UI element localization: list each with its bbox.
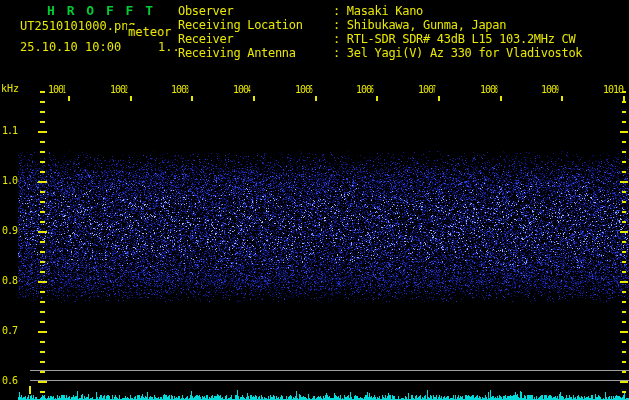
freq-tick-right	[620, 231, 628, 233]
freq-tick-left	[40, 241, 45, 243]
freq-tick-left	[40, 151, 45, 153]
time-label-1003: 1003	[171, 84, 191, 95]
freq-tick-left	[40, 271, 45, 273]
time-tick-1006	[376, 96, 378, 101]
freq-label-1.1: 1.1	[2, 125, 17, 136]
time-tick-1004	[253, 96, 255, 101]
freq-tick-right	[620, 281, 628, 283]
time-label-1004: 1004	[233, 84, 253, 95]
freq-tick-right	[620, 131, 628, 133]
level-scale-start-tick	[29, 386, 31, 394]
freq-tick-left	[40, 391, 45, 393]
time-label-1005: 1005	[295, 84, 315, 95]
hrofft-display: H R O F F T UT2510101000.png meteor 25.1…	[0, 0, 629, 400]
freq-tick-right	[622, 251, 626, 253]
freq-tick-left	[38, 131, 47, 133]
freq-tick-right	[622, 241, 626, 243]
freq-tick-left	[40, 201, 45, 203]
meteor-mode-label: meteor	[127, 25, 172, 39]
freq-tick-right	[622, 171, 626, 173]
freq-tick-left	[40, 161, 45, 163]
freq-tick-right	[622, 191, 626, 193]
info-value-0: : Masaki Kano	[333, 4, 423, 18]
freq-tick-right	[622, 101, 626, 103]
time-label-1009: 1009	[541, 84, 561, 95]
time-label-1010: 1010	[603, 84, 623, 95]
freq-tick-right	[622, 321, 626, 323]
info-value-1: : Shibukawa, Gunma, Japan	[333, 18, 506, 32]
freq-tick-left	[40, 341, 45, 343]
freq-tick-right	[622, 151, 626, 153]
freq-tick-left	[38, 331, 47, 333]
freq-tick-left	[38, 231, 47, 233]
freq-tick-left	[40, 311, 45, 313]
freq-tick-left	[40, 371, 45, 373]
freq-tick-right	[620, 331, 628, 333]
freq-tick-left	[40, 171, 45, 173]
freq-tick-left	[40, 321, 45, 323]
freq-tick-left	[40, 121, 45, 123]
info-label-1: Receiving Location	[178, 18, 303, 32]
time-tick-1005	[315, 96, 317, 101]
freq-label-0.7: 0.7	[2, 325, 17, 336]
reference-line-lower	[30, 380, 629, 381]
freq-tick-left	[38, 181, 47, 183]
freq-tick-left	[40, 221, 45, 223]
freq-label-0.9: 0.9	[2, 225, 17, 236]
freq-tick-right	[622, 311, 626, 313]
freq-tick-right	[622, 351, 626, 353]
info-label-0: Observer	[178, 4, 233, 18]
freq-label-0.8: 0.8	[2, 275, 17, 286]
freq-tick-right	[622, 271, 626, 273]
info-label-3: Receiving Antenna	[178, 46, 296, 60]
time-tick-1009	[561, 96, 563, 101]
freq-tick-right	[622, 361, 626, 363]
time-label-1002: 1002	[110, 84, 130, 95]
freq-tick-right	[620, 381, 628, 383]
freq-tick-right	[622, 111, 626, 113]
freq-label-0.6: 0.6	[2, 375, 17, 386]
freq-tick-left	[40, 251, 45, 253]
freq-tick-left	[40, 291, 45, 293]
spectrogram-noise-canvas	[0, 0, 629, 400]
freq-tick-left	[40, 261, 45, 263]
freq-tick-left	[40, 101, 45, 103]
freq-tick-right	[622, 161, 626, 163]
freq-tick-left	[40, 141, 45, 143]
freq-tick-left	[40, 191, 45, 193]
app-title: H R O F F T	[47, 3, 155, 18]
freq-tick-left	[40, 91, 45, 93]
time-label-1007: 1007	[418, 84, 438, 95]
time-label-1001: 1001	[48, 84, 68, 95]
freq-tick-right	[622, 371, 626, 373]
info-value-3: : 3el Yagi(V) Az 330 for Vladivostok	[333, 46, 582, 60]
freq-tick-right	[622, 221, 626, 223]
freq-tick-left	[38, 281, 47, 283]
time-tick-1003	[191, 96, 193, 101]
freq-tick-left	[38, 381, 47, 383]
freq-tick-right	[622, 301, 626, 303]
freq-tick-left	[40, 351, 45, 353]
time-label-1008: 1008	[480, 84, 500, 95]
time-tick-1008	[500, 96, 502, 101]
time-label-1006: 1006	[356, 84, 376, 95]
time-tick-1002	[130, 96, 132, 101]
freq-tick-left	[40, 111, 45, 113]
time-tick-1007	[438, 96, 440, 101]
freq-tick-right	[622, 211, 626, 213]
freq-tick-right	[620, 181, 628, 183]
freq-tick-right	[622, 121, 626, 123]
time-tick-1001	[68, 96, 70, 101]
info-value-2: : RTL-SDR SDR# 43dB L15 103.2MHz CW	[333, 32, 575, 46]
frequency-unit-label: kHz	[1, 83, 19, 94]
counter-text: 1..	[158, 40, 180, 54]
observation-datetime: 25.10.10 10:00	[20, 40, 121, 54]
freq-tick-right	[622, 291, 626, 293]
freq-tick-right	[622, 201, 626, 203]
output-filename: UT2510101000.png	[20, 19, 136, 33]
freq-tick-left	[40, 301, 45, 303]
freq-tick-right	[622, 341, 626, 343]
freq-tick-right	[622, 391, 626, 393]
freq-tick-right	[622, 261, 626, 263]
freq-tick-left	[40, 361, 45, 363]
